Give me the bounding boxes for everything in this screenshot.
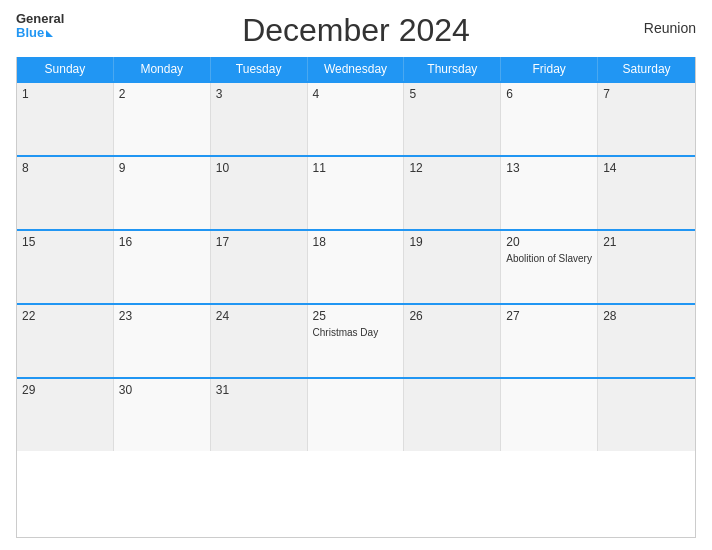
day-number: 29 [22,383,108,397]
day-number: 28 [603,309,690,323]
logo-triangle-icon [46,30,53,37]
day-cell: 14 [598,157,695,229]
week-row: 29 30 31 [17,377,695,451]
day-cell: 1 [17,83,114,155]
day-cell: 21 [598,231,695,303]
day-number: 17 [216,235,302,249]
day-number: 1 [22,87,108,101]
day-number: 13 [506,161,592,175]
day-number: 16 [119,235,205,249]
day-cell: 17 [211,231,308,303]
day-number: 9 [119,161,205,175]
day-number: 30 [119,383,205,397]
day-number: 10 [216,161,302,175]
day-number: 24 [216,309,302,323]
holiday-label: Christmas Day [313,327,379,338]
day-number: 14 [603,161,690,175]
day-number: 31 [216,383,302,397]
day-cell: 25 Christmas Day [308,305,405,377]
week-row: 22 23 24 25 Christmas Day 26 27 28 [17,303,695,377]
day-number: 20 [506,235,592,249]
day-number: 12 [409,161,495,175]
day-number: 22 [22,309,108,323]
week-row: 1 2 3 4 5 6 7 [17,81,695,155]
day-cell: 12 [404,157,501,229]
day-cell: 2 [114,83,211,155]
day-cell: 7 [598,83,695,155]
day-cell-empty [404,379,501,451]
calendar-weeks: 1 2 3 4 5 6 7 8 9 10 11 12 13 14 15 16 [17,81,695,451]
header-monday: Monday [114,57,211,81]
day-cell: 5 [404,83,501,155]
header-tuesday: Tuesday [211,57,308,81]
day-number: 8 [22,161,108,175]
day-cell: 10 [211,157,308,229]
day-number: 2 [119,87,205,101]
day-number: 19 [409,235,495,249]
day-cell: 26 [404,305,501,377]
header-thursday: Thursday [404,57,501,81]
day-number: 18 [313,235,399,249]
day-cell: 19 [404,231,501,303]
logo-general-text: General [16,12,64,26]
day-number: 27 [506,309,592,323]
day-cell: 27 [501,305,598,377]
day-number: 6 [506,87,592,101]
day-cell-empty [308,379,405,451]
calendar-header: General Blue December 2024 Reunion [16,12,696,49]
page-title: December 2024 [242,12,470,49]
day-cell: 18 [308,231,405,303]
day-cell: 30 [114,379,211,451]
day-number: 7 [603,87,690,101]
day-number: 25 [313,309,399,323]
day-cell: 28 [598,305,695,377]
day-cell: 15 [17,231,114,303]
week-row: 8 9 10 11 12 13 14 [17,155,695,229]
region-label: Reunion [644,20,696,36]
day-cell: 4 [308,83,405,155]
day-cell-empty [598,379,695,451]
day-number: 11 [313,161,399,175]
day-headers-row: Sunday Monday Tuesday Wednesday Thursday… [17,57,695,81]
day-number: 4 [313,87,399,101]
day-number: 26 [409,309,495,323]
day-cell: 24 [211,305,308,377]
day-cell: 20 Abolition of Slavery [501,231,598,303]
day-cell: 9 [114,157,211,229]
day-cell: 31 [211,379,308,451]
day-cell: 13 [501,157,598,229]
week-row: 15 16 17 18 19 20 Abolition of Slavery 2… [17,229,695,303]
logo-blue-text: Blue [16,26,53,40]
day-cell: 29 [17,379,114,451]
day-number: 5 [409,87,495,101]
day-cell: 3 [211,83,308,155]
day-cell: 16 [114,231,211,303]
day-cell-empty [501,379,598,451]
header-wednesday: Wednesday [308,57,405,81]
day-number: 21 [603,235,690,249]
header-sunday: Sunday [17,57,114,81]
calendar-grid: Sunday Monday Tuesday Wednesday Thursday… [16,57,696,538]
day-cell: 11 [308,157,405,229]
day-cell: 23 [114,305,211,377]
header-friday: Friday [501,57,598,81]
header-saturday: Saturday [598,57,695,81]
day-number: 3 [216,87,302,101]
day-cell: 8 [17,157,114,229]
day-cell: 22 [17,305,114,377]
day-cell: 6 [501,83,598,155]
holiday-label: Abolition of Slavery [506,253,592,264]
calendar-page: General Blue December 2024 Reunion Sunda… [0,0,712,550]
day-number: 23 [119,309,205,323]
day-number: 15 [22,235,108,249]
generalblue-logo: General Blue [16,12,64,41]
